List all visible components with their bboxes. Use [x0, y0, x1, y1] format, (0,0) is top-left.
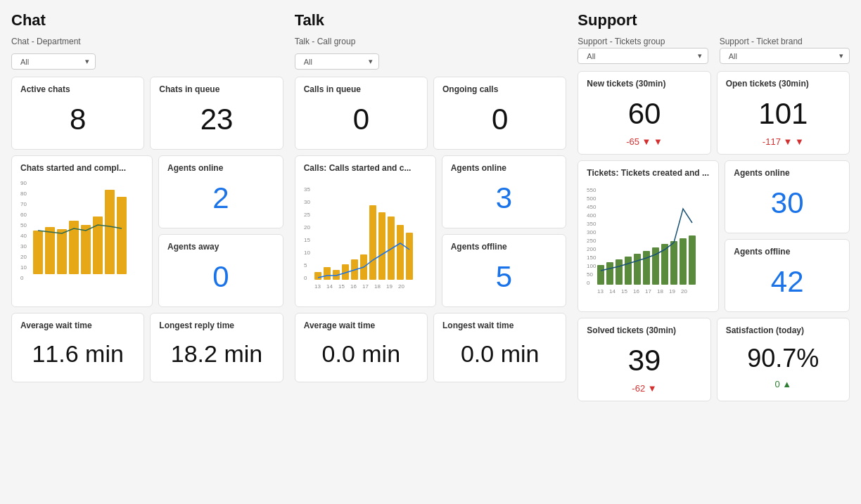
svg-text:40: 40	[20, 233, 27, 239]
support-ticket-brand-chevron: ▾	[839, 51, 843, 60]
talk-agents-online-card: Agents online 3	[442, 155, 567, 228]
svg-rect-11	[45, 227, 55, 274]
chat-department-select[interactable]: All ▾	[11, 53, 96, 70]
chat-avg-wait-value: 11.6 min	[20, 333, 135, 375]
svg-rect-14	[81, 225, 91, 274]
svg-text:60: 60	[20, 212, 27, 218]
talk-agents-offline-label: Agents offline	[451, 242, 558, 252]
chats-in-queue-card: Chats in queue 23	[150, 77, 283, 150]
svg-text:20: 20	[20, 254, 27, 260]
svg-text:90: 90	[20, 180, 27, 186]
talk-agents-offline-value: 5	[451, 254, 558, 299]
svg-text:100: 100	[587, 263, 597, 269]
talk-callgroup-chevron: ▾	[369, 57, 373, 66]
svg-text:500: 500	[587, 195, 597, 202]
open-tickets-delta: -117 ▼	[726, 136, 841, 147]
ongoing-calls-label: Ongoing calls	[442, 84, 557, 94]
talk-callgroup-value: All	[304, 58, 312, 66]
support-agents-offline-label: Agents offline	[734, 247, 841, 257]
new-tickets-label: New tickets (30min)	[587, 79, 701, 89]
chats-in-queue-value: 23	[159, 97, 274, 142]
open-tickets-label: Open tickets (30min)	[726, 79, 841, 89]
svg-text:15: 15	[338, 283, 345, 290]
svg-rect-67	[616, 259, 623, 285]
calls-in-queue-value: 0	[304, 97, 419, 142]
support-ticket-brand-value: All	[729, 52, 737, 60]
chat-title: Chat	[11, 11, 283, 30]
svg-text:5: 5	[304, 262, 307, 269]
svg-text:450: 450	[587, 204, 597, 210]
chat-agents-away-card: Agents away 0	[158, 234, 283, 307]
svg-text:30: 30	[20, 243, 27, 250]
chat-agents-away-label: Agents away	[167, 242, 274, 252]
svg-rect-16	[105, 190, 115, 274]
talk-agents-offline-card: Agents offline 5	[442, 234, 567, 307]
chat-longest-reply-card: Longest reply time 18.2 min	[150, 313, 283, 382]
talk-longest-wait-card: Longest wait time 0.0 min	[433, 313, 566, 382]
active-chats-value: 8	[20, 97, 135, 142]
svg-text:50: 50	[20, 222, 27, 228]
chat-chart-card: Chats started and compl... 0 10 20 30 40…	[11, 155, 153, 307]
svg-text:18: 18	[657, 288, 663, 295]
svg-rect-12	[57, 229, 67, 274]
talk-longest-wait-label: Longest wait time	[442, 321, 557, 330]
support-tickets-group-select[interactable]: All ▾	[578, 48, 708, 64]
svg-text:20: 20	[681, 288, 687, 295]
calls-in-queue-label: Calls in queue	[304, 84, 419, 94]
svg-rect-34	[314, 272, 321, 280]
chat-agents-away-value: 0	[167, 254, 274, 299]
chat-department-chevron: ▾	[85, 57, 89, 66]
svg-text:17: 17	[362, 283, 369, 290]
chat-chart-svg: 0 10 20 30 40 50 60 70 80 90	[20, 176, 144, 281]
chat-chart-label: Chats started and compl...	[20, 163, 144, 173]
support-chart-card: Tickets: Tickets created and ... 0 50 10…	[578, 160, 719, 312]
solved-tickets-label: Solved tickets (30min)	[587, 325, 701, 335]
solved-tickets-delta: -62 ▼	[587, 383, 701, 394]
svg-text:10: 10	[304, 250, 310, 256]
svg-text:70: 70	[20, 201, 27, 207]
chat-agents-online-value: 2	[167, 176, 274, 221]
support-filter2-label: Support - Ticket brand	[720, 37, 850, 46]
svg-rect-73	[670, 241, 677, 285]
satisfaction-card: Satisfaction (today) 90.7% 0 ▲	[717, 318, 850, 401]
chat-agents-online-label: Agents online	[167, 163, 274, 173]
svg-rect-68	[625, 257, 632, 285]
chat-filter-label: Chat - Department	[11, 37, 81, 46]
svg-rect-69	[634, 254, 641, 285]
chat-avg-wait-label: Average wait time	[20, 321, 135, 330]
support-ticket-brand-select[interactable]: All ▾	[720, 48, 850, 64]
talk-title: Talk	[295, 11, 567, 30]
svg-rect-35	[324, 267, 331, 280]
active-chats-label: Active chats	[20, 84, 135, 94]
chats-in-queue-label: Chats in queue	[159, 84, 274, 94]
talk-longest-wait-value: 0.0 min	[442, 333, 557, 375]
svg-text:0: 0	[20, 275, 24, 281]
talk-chart-svg: 0 5 10 15 20 25 30 35	[304, 176, 427, 292]
ongoing-calls-card: Ongoing calls 0	[433, 77, 566, 150]
support-agents-offline-card: Agents offline 42	[725, 239, 850, 312]
svg-rect-74	[680, 238, 687, 285]
svg-text:0: 0	[304, 275, 307, 281]
talk-callgroup-select[interactable]: All ▾	[295, 53, 379, 70]
svg-rect-41	[378, 212, 385, 280]
svg-rect-70	[643, 251, 650, 285]
open-tickets-value: 101	[726, 91, 841, 136]
svg-text:14: 14	[609, 288, 616, 295]
support-agents-offline-value: 42	[734, 259, 841, 304]
svg-rect-40	[369, 205, 376, 280]
support-chart-label: Tickets: Tickets created and ...	[587, 168, 710, 178]
svg-text:16: 16	[350, 283, 357, 290]
svg-text:13: 13	[314, 283, 321, 290]
support-tickets-group-chevron: ▾	[698, 51, 702, 60]
svg-text:0: 0	[587, 280, 590, 286]
svg-text:19: 19	[386, 283, 393, 290]
svg-text:17: 17	[645, 288, 651, 295]
svg-rect-10	[33, 231, 43, 274]
support-title: Support	[578, 11, 850, 30]
satisfaction-delta: 0 ▲	[726, 379, 841, 389]
chat-section: Chat Chat - Department All ▾ Active chat…	[11, 11, 283, 382]
svg-text:35: 35	[304, 186, 310, 193]
support-section: Support Support - Tickets group All ▾ Su…	[578, 11, 850, 401]
solved-tickets-value: 39	[587, 338, 701, 383]
svg-text:400: 400	[587, 212, 597, 219]
